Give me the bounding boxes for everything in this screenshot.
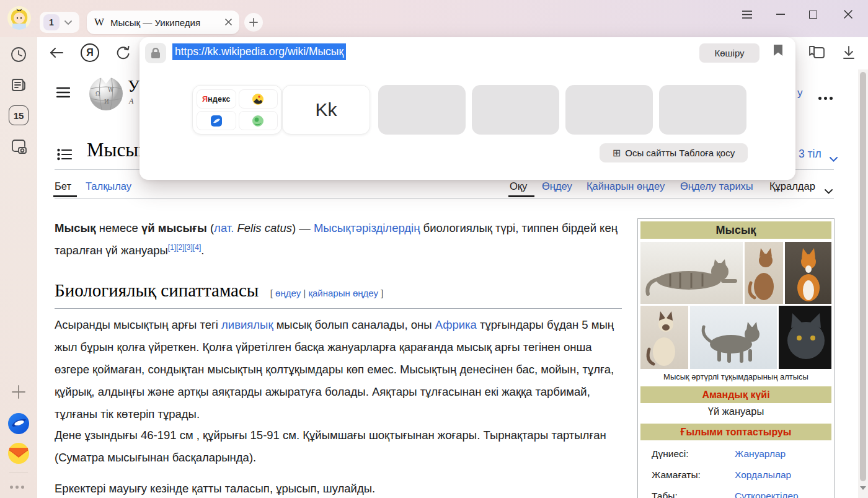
cat-photo-abyssinian	[745, 242, 783, 304]
yandex-disk-tile[interactable]	[197, 111, 236, 130]
tab-counter[interactable]: 1	[40, 12, 79, 33]
profile-avatar[interactable]	[7, 6, 31, 30]
tab-close-icon[interactable]	[225, 17, 232, 28]
cat-photo-orange-white	[785, 242, 831, 304]
site-security-badge[interactable]	[145, 43, 166, 63]
tab-talk[interactable]: Талқылау	[86, 180, 131, 192]
calendar-badge-icon[interactable]: 15	[9, 105, 29, 125]
add-panel-button[interactable]	[10, 383, 27, 401]
cat-photo-tabby-snow	[690, 306, 777, 369]
wikipedia-favicon: W	[94, 16, 104, 29]
collections-button[interactable]	[806, 43, 827, 62]
chevron-down-icon	[830, 153, 838, 164]
plus-square-icon: ⊞	[613, 147, 621, 159]
svg-text:W: W	[108, 87, 114, 93]
section-edit-link[interactable]: өңдеу	[275, 288, 301, 298]
wiki-header-link-fragment[interactable]: у	[797, 87, 803, 99]
taxonomy-row: Табы: Сүткоректілер	[640, 487, 831, 498]
bookmark-icon[interactable]	[773, 44, 783, 59]
taxonomy-row: Жамағаты: Хордалылар	[640, 466, 831, 487]
yandex-search-tile[interactable]: Яндекс	[197, 89, 236, 109]
yandex-browser-logo[interactable]	[8, 413, 29, 434]
cat-photo-tabby-lying	[640, 242, 743, 304]
kingdom-link[interactable]: Жануарлар	[735, 448, 786, 460]
window-menu-button[interactable]	[737, 5, 758, 24]
new-tab-button[interactable]	[244, 13, 263, 32]
url-input-selected[interactable]: https://kk.wikipedia.org/wiki/Мысық	[172, 43, 346, 60]
wiki-more-menu-button[interactable]	[817, 91, 834, 102]
copy-url-button[interactable]: Көшіру	[699, 43, 760, 63]
lead-paragraph: Мысық немесе үй мысығы (лат. Felis catus…	[55, 217, 623, 262]
section-heading: Биологиялық сипаттамасы	[55, 280, 259, 300]
body-paragraph-1: Асыранды мысықтың арғы тегі ливиялық мыс…	[55, 314, 623, 425]
tabs-divider	[55, 198, 834, 199]
taxobox: Мысық Мысық әртүрлі тұқымдарының алтысы …	[637, 218, 835, 498]
sidebar-more-button[interactable]	[9, 480, 25, 491]
africa-link[interactable]: Африка	[435, 318, 477, 331]
feed-pages-icon[interactable]	[9, 74, 29, 94]
tab-page[interactable]: Бет	[55, 180, 71, 192]
contents-list-icon[interactable]	[56, 146, 73, 162]
empty-tablo-tile[interactable]	[378, 85, 466, 135]
yandex-start-tile[interactable]	[239, 111, 278, 130]
infobox-title: Мысық	[640, 221, 831, 239]
omnibox-dropdown: https://kk.wikipedia.org/wiki/Мысық Көші…	[140, 37, 795, 180]
class-link[interactable]: Сүткоректілер	[735, 491, 799, 498]
browser-tab[interactable]: W Мысық — Уикипедия	[87, 11, 239, 34]
tab-count-badge: 1	[43, 14, 60, 30]
section-heading-row: Биологиялық сипаттамасы [ өңдеу | қайнар…	[55, 280, 623, 301]
body-paragraph-2: Дене ұзындығы 46-191 см , құйрығы 15-91 …	[55, 424, 623, 469]
close-window-button[interactable]	[837, 5, 859, 24]
empty-tablo-tile[interactable]	[659, 85, 746, 135]
scrollbar-thumb[interactable]	[860, 72, 866, 481]
screenshot-icon[interactable]	[9, 136, 29, 156]
reference-links[interactable]: [1][2][3][4]	[168, 243, 201, 252]
cat-photo-siamese	[640, 306, 688, 369]
chevron-down-icon	[64, 17, 72, 28]
downloads-button[interactable]	[838, 43, 859, 62]
tab-edit-source[interactable]: Қайнарын өңдеу	[587, 180, 665, 192]
lead-bold-title: Мысық	[55, 221, 96, 234]
minimize-button[interactable]	[770, 5, 791, 24]
tab-history[interactable]: Өңделу тарихы	[680, 180, 753, 192]
libyan-cat-link[interactable]: ливиялық	[221, 318, 273, 331]
tab-tools[interactable]: Құралдар	[769, 180, 815, 192]
back-button[interactable]	[47, 43, 66, 62]
body-paragraph-3: Еркектері мауығу кезінде қатты таласып, …	[55, 478, 623, 498]
yandex-images-tile[interactable]	[239, 89, 278, 109]
species-name: Felis catus	[234, 221, 292, 234]
empty-tablo-tile[interactable]	[472, 85, 559, 135]
classification-header: Ғылыми топтастыруы	[640, 424, 831, 440]
scrollbar-down-arrow[interactable]	[860, 486, 866, 491]
reload-button[interactable]	[114, 43, 133, 62]
kk-wikipedia-tile[interactable]: Kk	[282, 85, 370, 135]
status-value: Үй жануары	[640, 406, 831, 417]
empty-tablo-tile[interactable]	[565, 85, 653, 135]
latin-link[interactable]: лат.	[214, 221, 234, 234]
wiki-menu-button[interactable]	[55, 84, 72, 100]
cat-photo-dark-gray	[779, 306, 831, 369]
tab-edit[interactable]: Өңдеу	[542, 180, 572, 192]
status-header: Амандық күйі	[640, 386, 831, 403]
wikipedia-logo[interactable]: ΩWИ	[88, 75, 124, 112]
section-edit-source-link[interactable]: қайнарын өңдеу	[308, 288, 378, 298]
yandex-services-tile[interactable]: Яндекс	[192, 85, 282, 135]
maximize-button[interactable]	[802, 5, 823, 24]
chevron-down-icon	[825, 185, 833, 197]
add-to-tablo-button[interactable]: ⊞ Осы сайтты Таблоға қосу	[600, 143, 748, 162]
yandex-mail-icon[interactable]	[8, 443, 29, 464]
browser-window: ΩWИ У А у Мысық 3 тіл Бет Талқылау Оқу Ө…	[0, 0, 868, 498]
section-divider	[55, 308, 622, 309]
tab-title: Мысық — Уикипедия	[110, 17, 200, 28]
history-icon[interactable]	[9, 45, 29, 64]
infobox-caption: Мысық әртүрлі тұқымдарының алтысы	[640, 372, 831, 381]
yandex-home-button[interactable]: Я	[81, 43, 99, 62]
phylum-link[interactable]: Хордалылар	[735, 469, 791, 481]
language-switcher[interactable]: 3 тіл	[799, 148, 822, 161]
taxonomy-row: Дүниесі: Жануарлар	[640, 445, 831, 466]
active-tab-underline	[53, 195, 77, 197]
wiki-wordmark-fragment: У	[128, 77, 140, 96]
tab-read[interactable]: Оқу	[510, 180, 527, 192]
sidebar-divider	[9, 473, 28, 473]
felidae-link[interactable]: Мысықтәрізділердің	[314, 221, 420, 234]
